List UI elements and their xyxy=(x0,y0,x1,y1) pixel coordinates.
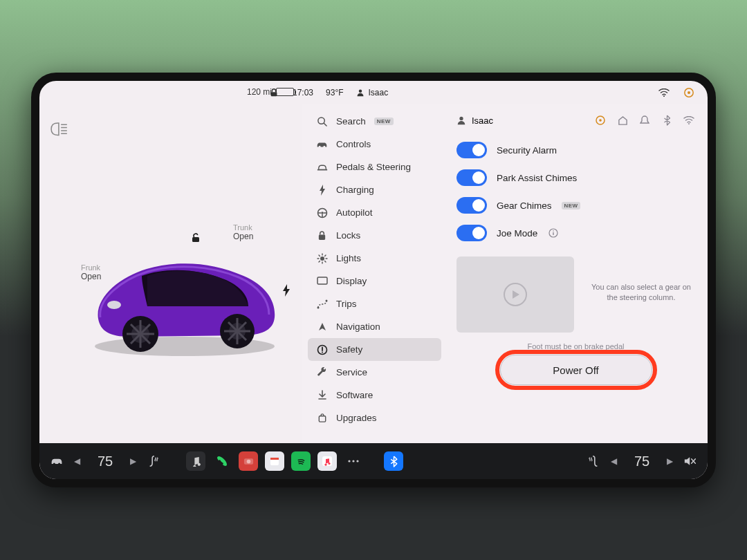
menu-lights[interactable]: Lights xyxy=(308,247,441,270)
new-badge: NEW xyxy=(374,118,394,125)
temp-right[interactable]: 75 xyxy=(628,454,656,469)
menu-software[interactable]: Software xyxy=(308,384,441,407)
svg-point-60 xyxy=(53,463,55,465)
svg-point-49 xyxy=(322,351,323,353)
sentry-icon[interactable] xyxy=(683,86,695,99)
app-bluetooth[interactable] xyxy=(384,451,403,471)
profile-chip[interactable]: Isaac xyxy=(456,115,493,126)
toggle-gear-chimes[interactable]: Gear Chimes NEW xyxy=(456,197,695,214)
lock-icon xyxy=(316,230,328,241)
app-music[interactable] xyxy=(186,451,205,471)
menu-pedals[interactable]: Pedals & Steering xyxy=(308,156,441,178)
svg-point-52 xyxy=(459,117,463,120)
menu-charging[interactable]: Charging xyxy=(308,178,441,201)
car-icon xyxy=(316,138,328,150)
trunk-label[interactable]: Trunk Open xyxy=(233,223,253,241)
svg-rect-9 xyxy=(192,237,199,242)
app-calendar[interactable] xyxy=(265,451,284,471)
menu-locks[interactable]: Locks xyxy=(308,224,441,247)
display-icon xyxy=(316,275,328,287)
toggle-switch[interactable] xyxy=(456,169,487,186)
wifi-mini-icon[interactable] xyxy=(683,114,695,127)
wifi-icon[interactable] xyxy=(658,86,670,99)
svg-point-6 xyxy=(663,95,665,97)
seat-heat-right-icon[interactable] xyxy=(587,455,600,467)
user-name: Isaac xyxy=(369,88,389,97)
volume-mute-icon[interactable] xyxy=(684,455,697,467)
temp-down-right[interactable]: ◀ xyxy=(607,456,621,466)
svg-rect-28 xyxy=(317,169,326,170)
download-icon xyxy=(316,389,328,401)
new-badge: NEW xyxy=(562,202,581,209)
range-indicator[interactable]: 120 mi xyxy=(247,87,294,97)
toggle-joe-mode[interactable]: Joe Mode xyxy=(456,225,695,241)
svg-point-26 xyxy=(319,145,321,147)
menu-service[interactable]: Service xyxy=(308,361,441,384)
menu-search[interactable]: Search NEW xyxy=(308,110,441,133)
toggle-switch[interactable] xyxy=(456,142,487,158)
settings-panel: Search NEW Controls Pedals & Steering Ch… xyxy=(302,104,708,443)
dock-car-icon[interactable] xyxy=(50,455,63,467)
svg-point-5 xyxy=(358,90,362,93)
svg-point-35 xyxy=(320,256,324,261)
svg-point-68 xyxy=(348,460,350,462)
temp-down-left[interactable]: ◀ xyxy=(70,456,84,466)
search-icon xyxy=(316,115,328,127)
temp-up-left[interactable]: ▶ xyxy=(126,456,140,466)
toggle-switch[interactable] xyxy=(456,197,487,214)
bell-icon[interactable] xyxy=(638,114,651,127)
steering-icon xyxy=(316,161,328,173)
app-spotify[interactable] xyxy=(291,451,311,471)
unlock-icon[interactable] xyxy=(190,232,201,243)
light-icon xyxy=(316,252,328,264)
temp-left[interactable]: 75 xyxy=(91,454,119,469)
car-render xyxy=(81,243,288,360)
svg-point-54 xyxy=(599,119,602,122)
seat-heat-left-icon[interactable] xyxy=(147,455,160,467)
info-icon[interactable] xyxy=(547,227,560,239)
gear-help-text: You can also select a gear on the steeri… xyxy=(589,282,693,304)
car-visualization[interactable]: Frunk Open Trunk Open xyxy=(39,104,302,443)
svg-point-30 xyxy=(321,212,324,214)
app-phone[interactable] xyxy=(212,451,232,471)
app-apple-music[interactable] xyxy=(317,451,337,471)
brake-note: Foot must be on brake pedal xyxy=(456,342,695,351)
svg-rect-34 xyxy=(319,235,325,240)
menu-autopilot[interactable]: Autopilot xyxy=(308,201,441,224)
app-more[interactable] xyxy=(344,451,363,471)
menu-controls[interactable]: Controls xyxy=(308,133,441,156)
bluetooth-icon[interactable] xyxy=(661,114,673,127)
menu-safety[interactable]: Safety xyxy=(308,338,441,361)
menu-navigation[interactable]: Navigation xyxy=(308,315,441,338)
svg-rect-51 xyxy=(319,416,325,422)
svg-point-27 xyxy=(323,145,325,147)
svg-line-25 xyxy=(324,123,326,126)
menu-display[interactable]: Display xyxy=(308,270,441,292)
user-chip[interactable]: Isaac xyxy=(356,88,389,97)
bolt-icon xyxy=(316,184,328,196)
home-icon[interactable] xyxy=(616,114,629,127)
menu-upgrades[interactable]: Upgrades xyxy=(308,407,441,429)
power-off-button[interactable]: Power Off xyxy=(500,355,652,385)
wrench-icon xyxy=(316,366,328,378)
svg-point-23 xyxy=(107,301,121,309)
toggle-park-assist[interactable]: Park Assist Chimes xyxy=(456,169,695,186)
bottom-dock: ◀ 75 ▶ ◀ 75 ▶ xyxy=(39,443,708,479)
toggle-switch[interactable] xyxy=(456,225,487,241)
svg-rect-44 xyxy=(317,277,327,284)
svg-point-61 xyxy=(58,463,60,465)
menu-trips[interactable]: Trips xyxy=(308,292,441,315)
svg-point-69 xyxy=(352,460,354,462)
svg-line-42 xyxy=(319,261,320,261)
temp-up-right[interactable]: ▶ xyxy=(663,456,677,466)
sentry-mini-icon[interactable] xyxy=(594,114,607,127)
settings-menu: Search NEW Controls Pedals & Steering Ch… xyxy=(302,104,444,443)
toggle-security-alarm[interactable]: Security Alarm xyxy=(456,142,695,158)
nav-icon xyxy=(316,321,328,333)
svg-point-55 xyxy=(688,123,690,124)
svg-point-46 xyxy=(325,299,327,301)
svg-line-43 xyxy=(324,255,325,256)
svg-point-58 xyxy=(553,230,554,232)
app-camera[interactable] xyxy=(239,451,258,471)
outside-temp[interactable]: 93°F xyxy=(326,88,343,97)
